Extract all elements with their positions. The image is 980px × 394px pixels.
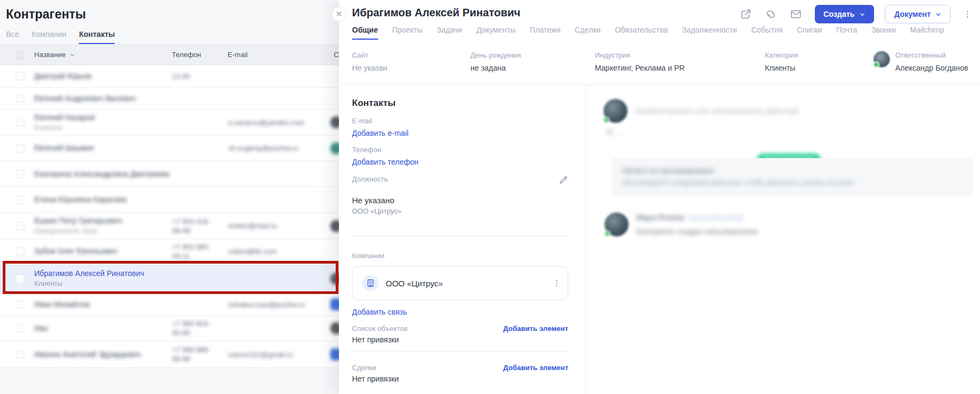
column-header-email[interactable]: E-mail	[228, 51, 334, 59]
column-header-cut: С	[334, 51, 339, 59]
row-checkbox[interactable]	[16, 350, 24, 359]
feed-date: 03.04.2023 16:52	[689, 214, 744, 222]
activity-feed: Комментировать или запланировать действи…	[586, 84, 980, 394]
row-phone-cell: +7 903 419- 98-98	[172, 217, 228, 235]
summary-category: Категория Клиенты	[765, 51, 798, 72]
create-button[interactable]: Создать	[815, 5, 875, 23]
comment-composer[interactable]: Комментировать или запланировать действи…	[604, 99, 799, 123]
detail-tab-документы[interactable]: Документы	[476, 26, 516, 40]
row-responsible-avatar	[330, 116, 339, 128]
row-checkbox[interactable]	[16, 170, 24, 178]
table-row[interactable]: Иванов Анатолий Эдуардович+7 988 988- 98…	[0, 341, 339, 368]
row-name-cell: Иванов Анатолий Эдуардович	[34, 350, 172, 359]
detail-tab-проекты[interactable]: Проекты	[392, 26, 423, 40]
add-phone-link[interactable]: Добавить телефон	[352, 158, 568, 166]
feed-filter[interactable]: …	[606, 129, 624, 137]
table-row[interactable]: Дмитрий Юрьев12-90	[0, 65, 339, 87]
companies-label: Компании	[352, 252, 568, 260]
add-email-link[interactable]: Добавить e-mail	[352, 129, 568, 137]
building-icon	[362, 275, 379, 291]
table-row[interactable]: Елена Юрьевна Карасева	[0, 187, 339, 213]
detail-tab-задачи[interactable]: Задачи	[437, 26, 462, 40]
detail-tab-списки[interactable]: Списки	[797, 26, 822, 40]
deals-add-link[interactable]: Добавить элемент	[503, 364, 568, 372]
table-row[interactable]: Евгений НазаровКлиентыe.nazarov@yandex.c…	[0, 110, 339, 135]
tab-контакты[interactable]: Контакты	[79, 30, 115, 44]
detail-tab-сделки[interactable]: Сделки	[575, 26, 601, 40]
row-checkbox[interactable]	[16, 196, 24, 204]
more-options-icon[interactable]	[963, 9, 972, 19]
row-checkbox[interactable]	[16, 94, 24, 103]
table-row[interactable]: Евгений Андреевич Валевич	[0, 87, 339, 110]
company-more-icon[interactable]	[552, 279, 561, 287]
table-row[interactable]: Евгений Шашкинsh.evgeniy@pochta.ru	[0, 135, 339, 161]
row-checkbox[interactable]	[16, 247, 24, 256]
detail-tab-общие[interactable]: Общие	[352, 26, 378, 40]
row-checkbox[interactable]	[16, 300, 24, 309]
row-checkbox[interactable]	[16, 144, 24, 153]
detail-tab-платежи[interactable]: Платежи	[530, 26, 561, 40]
feed-author-avatar	[605, 212, 629, 236]
row-name-cell: Евгений НазаровКлиенты	[34, 113, 172, 132]
contact-fields-column: Контакты E-mail Добавить e-mail Телефон …	[352, 84, 568, 383]
composer-placeholder: Комментировать или запланировать действи…	[635, 107, 799, 115]
online-dot	[873, 61, 880, 68]
object-list-value: Нет привязки	[352, 335, 568, 344]
table-row[interactable]: Иво+7 980 903- 90-90	[0, 316, 339, 341]
select-all-checkbox[interactable]	[16, 51, 24, 59]
feed-text: Контрагент создан пользователем	[636, 227, 757, 236]
tab-компании[interactable]: Компании	[32, 30, 66, 44]
detail-tab-задолженности[interactable]: Задолженности	[682, 26, 737, 40]
open-in-new-window-icon[interactable]	[740, 8, 752, 20]
row-phone-cell: 12-90	[172, 72, 228, 81]
row-email-cell: mihailov.ivan@pochta.ru	[228, 301, 331, 309]
detail-tab-звонки[interactable]: Звонки	[871, 26, 896, 40]
company-card[interactable]: ООО «Цитрус»	[352, 266, 568, 300]
row-email-cell: sh.evgeniy@pochta.ru	[228, 144, 331, 152]
row-name-cell: Иво	[34, 324, 172, 333]
table-row[interactable]: Зубов Олег Евгеньевич+7 903 980- 09-11zu…	[0, 239, 339, 264]
object-list-add-link[interactable]: Добавить элемент	[503, 324, 568, 333]
row-phone-cell: +7 988 988- 98-98	[172, 345, 228, 364]
email-icon[interactable]	[790, 8, 802, 20]
add-relation-link[interactable]: Добавить связь	[352, 308, 568, 316]
document-button[interactable]: Документ	[885, 5, 951, 23]
row-name-cell: Евгений Андреевич Валевич	[34, 94, 172, 103]
row-checkbox[interactable]	[16, 274, 24, 283]
object-list-label: Список объектов	[352, 324, 407, 333]
edit-pencil-icon[interactable]	[558, 175, 568, 187]
row-checkbox[interactable]	[16, 118, 24, 127]
row-email-cell: eshkin@mail.ru	[228, 222, 331, 230]
contact-title: Ибрагимов Алексей Ринатович	[352, 7, 520, 19]
responsible-avatar	[874, 51, 890, 67]
column-header-phone[interactable]: Телефон	[172, 51, 228, 59]
column-header-name[interactable]: Название	[34, 51, 66, 59]
feed-item: Мара Розова03.04.2023 16:52 Контрагент с…	[605, 212, 757, 236]
table-row[interactable]: Ибрагимов Алексей РинатовичКлиенты	[0, 264, 339, 293]
detail-tab-обязательства[interactable]: Обязательства	[615, 26, 668, 40]
row-responsible-avatar	[330, 273, 339, 285]
detail-tab-почта[interactable]: Почта	[836, 26, 857, 40]
sort-chevron-icon[interactable]	[70, 52, 75, 58]
row-phone-cell: +7 903 980- 09-11	[172, 242, 228, 261]
row-name-cell: Ибрагимов Алексей РинатовичКлиенты	[34, 269, 172, 288]
detail-tab-mailchimp[interactable]: Mailchimp	[910, 26, 944, 40]
table-row[interactable]: Иван Михайловmihailov.ivan@pochta.ru	[0, 293, 339, 316]
table-row[interactable]: Екатерина Александровна Дмитриева	[0, 161, 339, 187]
row-checkbox[interactable]	[16, 72, 24, 80]
row-phone-cell: +7 980 903- 90-90	[172, 319, 228, 337]
detail-tab-события[interactable]: События	[751, 26, 783, 40]
table-row[interactable]: Ешкин Петр ГригорьевичЮридическое лицо+7…	[0, 213, 339, 239]
contacts-heading: Контакты	[352, 98, 568, 109]
position-value: Не указано	[352, 196, 568, 205]
row-checkbox[interactable]	[16, 222, 24, 230]
funnel-icon	[606, 129, 614, 137]
phone-label: Телефон	[352, 146, 568, 154]
close-icon[interactable]: ✕	[331, 7, 347, 22]
contact-detail-panel: ✕ Ибрагимов Алексей Ринатович Создать До…	[339, 0, 980, 394]
copy-link-icon[interactable]	[765, 8, 777, 20]
deals-value: Нет привязки	[352, 374, 568, 383]
row-checkbox[interactable]	[16, 324, 24, 333]
summary-bar: Сайт Не указан День рождения не задана И…	[339, 48, 980, 85]
tab-все[interactable]: Все	[6, 30, 19, 44]
